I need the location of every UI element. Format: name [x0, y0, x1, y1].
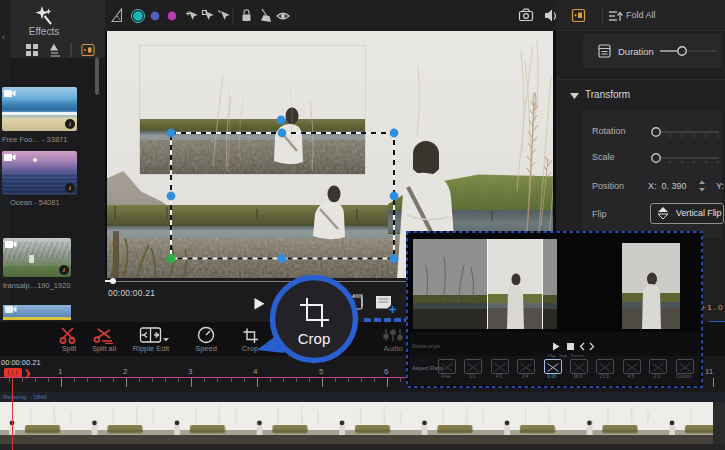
- svg-text:Crop: Crop: [298, 330, 331, 347]
